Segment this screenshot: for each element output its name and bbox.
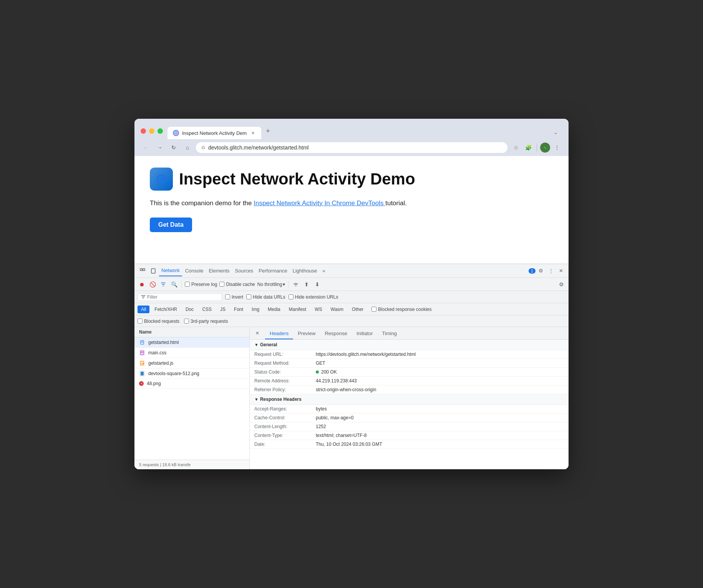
details-tab-preview[interactable]: Preview xyxy=(293,328,320,339)
content-length-key: Content-Length: xyxy=(254,424,316,429)
type-btn-wasm[interactable]: Wasm xyxy=(327,306,347,313)
filter-toggle-btn[interactable] xyxy=(159,280,167,289)
devtools-tab-more[interactable]: » xyxy=(320,266,327,276)
file-item-getstarted-html[interactable]: getstarted.html xyxy=(134,337,249,348)
tab-title: Inspect Network Activity Dem xyxy=(182,130,247,136)
blocked-requests-label[interactable]: Blocked requests xyxy=(138,319,179,324)
error-status-dot: ✕ xyxy=(139,381,144,386)
filter-input[interactable] xyxy=(147,294,209,300)
search-btn[interactable]: 🔍 xyxy=(170,280,178,289)
content-length-value: 1252 xyxy=(316,424,564,429)
devtools-tab-performance[interactable]: Performance xyxy=(256,266,289,276)
forward-button[interactable]: → xyxy=(154,142,165,153)
details-tab-response[interactable]: Response xyxy=(320,328,352,339)
home-button[interactable]: ⌂ xyxy=(182,142,193,153)
tab-bar: Inspect Network Activity Dem ✕ + ⌄ xyxy=(167,124,562,139)
general-section-header[interactable]: ▼ General xyxy=(250,340,569,350)
invert-checkbox[interactable] xyxy=(225,294,230,299)
profile-avatar[interactable]: 🦎 xyxy=(540,143,550,153)
tab-menu-button[interactable]: ⌄ xyxy=(549,126,562,139)
minimize-traffic-light[interactable] xyxy=(149,128,154,134)
file-name-devtools-png: devtools-square-512.png xyxy=(148,371,199,376)
type-btn-img[interactable]: Img xyxy=(248,306,263,313)
blocked-cookies-checkbox[interactable] xyxy=(371,307,376,312)
get-data-button[interactable]: Get Data xyxy=(150,218,192,232)
response-headers-section-header[interactable]: ▼ Response Headers xyxy=(250,394,569,405)
blocked-requests-checkbox[interactable] xyxy=(138,319,143,324)
record-stop-btn[interactable]: ⏺ xyxy=(138,280,146,289)
type-btn-fetch-xhr[interactable]: Fetch/XHR xyxy=(151,306,181,313)
disable-cache-text: Disable cache xyxy=(226,282,255,287)
type-btn-ws[interactable]: WS xyxy=(311,306,325,313)
devtools-more-btn[interactable]: ⋮ xyxy=(546,266,556,276)
blocked-cookies-label[interactable]: Blocked response cookies xyxy=(371,307,431,312)
export-btn[interactable]: ⬇ xyxy=(313,280,322,289)
devtools-tab-network[interactable]: Network xyxy=(159,266,182,276)
disable-cache-checkbox[interactable] xyxy=(219,282,224,287)
hide-data-urls-checkbox[interactable] xyxy=(246,294,251,299)
tutorial-link[interactable]: Inspect Network Activity In Chrome DevTo… xyxy=(254,199,385,207)
devtools-tab-elements[interactable]: Elements xyxy=(206,266,232,276)
details-tab-headers[interactable]: Headers xyxy=(265,328,293,339)
tab-favicon xyxy=(173,130,179,136)
invert-label[interactable]: Invert xyxy=(225,294,243,300)
bookmark-button[interactable]: ☆ xyxy=(511,142,521,153)
type-btn-font[interactable]: Font xyxy=(230,306,247,313)
preserve-log-label[interactable]: Preserve log xyxy=(185,282,217,287)
details-tab-initiator[interactable]: Initiator xyxy=(352,328,378,339)
content-type-row: Content-Type: text/html; charset=UTF-8 xyxy=(250,431,569,440)
devtools-tab-sources[interactable]: Sources xyxy=(233,266,256,276)
status-ok-wrap: 200 OK xyxy=(316,369,564,375)
close-traffic-light[interactable] xyxy=(141,128,146,134)
reload-button[interactable]: ↻ xyxy=(168,142,179,153)
wifi-btn[interactable] xyxy=(292,280,300,289)
type-btn-all[interactable]: All xyxy=(138,306,149,313)
type-btn-css[interactable]: CSS xyxy=(199,306,215,313)
type-btn-manifest[interactable]: Manifest xyxy=(285,306,310,313)
filter-options: Invert Hide data URLs Hide extension URL… xyxy=(225,294,338,300)
third-party-checkbox[interactable] xyxy=(184,319,189,324)
devtools-settings-btn[interactable]: ⚙ xyxy=(536,266,545,276)
hide-data-urls-label[interactable]: Hide data URLs xyxy=(246,294,285,300)
devtools-tab-console[interactable]: Console xyxy=(183,266,206,276)
svg-point-4 xyxy=(160,178,163,181)
new-tab-button[interactable]: + xyxy=(261,124,275,139)
tab-close-button[interactable]: ✕ xyxy=(250,130,256,136)
devtools-tab-lighthouse[interactable]: Lighthouse xyxy=(290,266,320,276)
devtools-device-btn[interactable] xyxy=(148,266,158,276)
devtools-close-btn[interactable]: ✕ xyxy=(557,266,565,276)
throttle-control[interactable]: No throttling ▾ xyxy=(257,282,285,287)
disable-cache-label[interactable]: Disable cache xyxy=(219,282,255,287)
preserve-log-text: Preserve log xyxy=(191,282,217,287)
details-tab-timing[interactable]: Timing xyxy=(378,328,402,339)
hide-ext-urls-checkbox[interactable] xyxy=(288,294,293,299)
address-bar[interactable]: ⊙ devtools.glitch.me/network/getstarted.… xyxy=(196,142,507,153)
extension-button[interactable]: 🧩 xyxy=(523,142,534,153)
svg-point-1 xyxy=(175,132,177,134)
svg-text:JS: JS xyxy=(141,362,144,365)
security-icon: ⊙ xyxy=(201,145,205,150)
file-item-getstarted-js[interactable]: JS getstarted.js xyxy=(134,358,249,369)
type-filter-bar: All Fetch/XHR Doc CSS JS Font Img Media … xyxy=(134,303,569,316)
network-settings-btn[interactable]: ⚙ xyxy=(557,280,565,289)
devtools-inspect-btn[interactable] xyxy=(138,266,148,276)
back-button[interactable]: ← xyxy=(141,142,151,153)
type-btn-media[interactable]: Media xyxy=(264,306,284,313)
file-item-devtools-png[interactable]: devtools-square-512.png xyxy=(134,369,249,379)
hide-ext-urls-label[interactable]: Hide extension URLs xyxy=(288,294,338,300)
devtools-badge: 1 xyxy=(529,268,536,274)
type-btn-doc[interactable]: Doc xyxy=(182,306,197,313)
maximize-traffic-light[interactable] xyxy=(158,128,163,134)
details-close-btn[interactable]: ✕ xyxy=(253,327,262,339)
type-btn-js[interactable]: JS xyxy=(217,306,229,313)
import-btn[interactable]: ⬆ xyxy=(302,280,311,289)
type-btn-other[interactable]: Other xyxy=(348,306,367,313)
clear-btn[interactable]: 🚫 xyxy=(148,280,157,289)
active-tab[interactable]: Inspect Network Activity Dem ✕ xyxy=(167,127,261,139)
devtools-tab-bar: Network Console Elements Sources Perform… xyxy=(134,264,569,278)
file-item-main-css[interactable]: main.css xyxy=(134,348,249,358)
file-item-48-png[interactable]: ✕ 48.png xyxy=(134,379,249,389)
menu-button[interactable]: ⋮ xyxy=(552,142,562,153)
third-party-label[interactable]: 3rd-party requests xyxy=(184,319,228,324)
preserve-log-checkbox[interactable] xyxy=(185,282,190,287)
